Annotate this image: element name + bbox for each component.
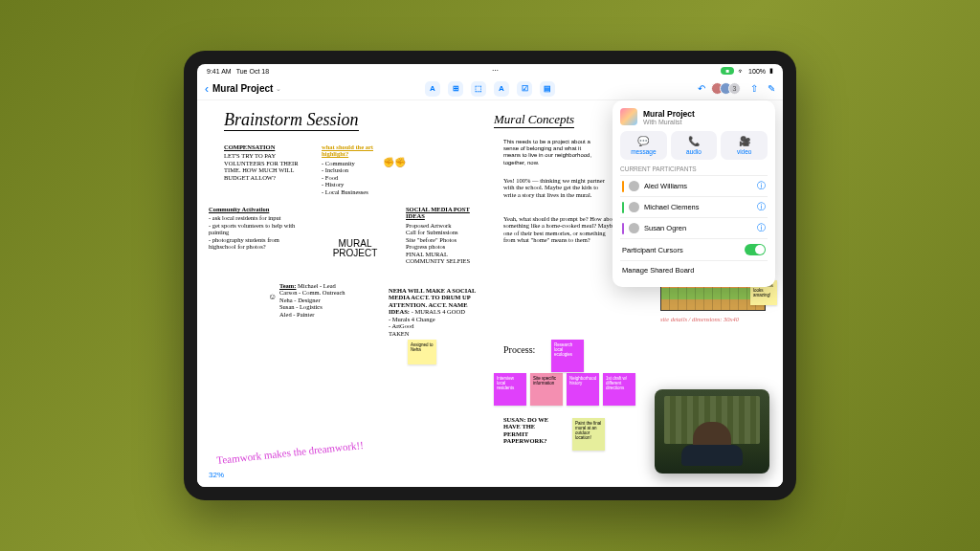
audio-button[interactable]: 📞audio	[671, 131, 718, 160]
dynamic-island: ⋯	[492, 67, 499, 75]
concept-reply-1: Yes! 100% — thinking we might partner wi…	[503, 177, 609, 198]
text-tool[interactable]: A	[425, 81, 440, 97]
shape-tool[interactable]: ⬚	[471, 81, 486, 97]
board-title[interactable]: Mural Project	[212, 83, 273, 94]
zoom-level[interactable]: 32%	[203, 469, 230, 481]
avatar-count: 3	[728, 82, 741, 95]
sticky-interview[interactable]: Interview local residents	[494, 373, 526, 406]
popover-subtitle: With Muralist	[643, 119, 695, 125]
cursors-toggle-row[interactable]: Participant Cursors	[620, 238, 768, 260]
status-time: 9:41 AM	[207, 68, 232, 75]
battery-label: 100%	[748, 68, 766, 75]
teamwork-text: Teamwork makes the dreamwork!!	[216, 439, 365, 466]
media-tool[interactable]: ☑	[517, 81, 532, 97]
message-button[interactable]: 💬message	[620, 131, 667, 160]
sticky-draft[interactable]: 1st draft w/ different directions	[603, 373, 635, 406]
info-icon[interactable]: ⓘ	[757, 222, 766, 234]
back-button[interactable]: ‹	[205, 82, 209, 96]
status-date: Tue Oct 18	[236, 68, 269, 75]
sticky-paint[interactable]: Paint the final mural at an outdoor loca…	[572, 418, 605, 451]
participant-row[interactable]: Aled Williamsⓘ	[620, 175, 768, 196]
site-details: site details / dimensions: 30x40	[660, 316, 766, 322]
highlight-note: what should the art highlight? - Communi…	[322, 143, 398, 195]
participant-row[interactable]: Michael Clemensⓘ	[620, 196, 768, 217]
info-icon[interactable]: ⓘ	[757, 201, 766, 213]
team-note: Team: Michael - Lead Carson - Comm. Outr…	[279, 282, 375, 318]
textbox-tool[interactable]: A	[494, 81, 509, 97]
facetime-pip[interactable]	[655, 389, 769, 474]
activation-note: Community Activation - ask local residen…	[209, 206, 300, 251]
board-thumbnail	[620, 108, 637, 125]
manage-board-row[interactable]: Manage Shared Board	[620, 260, 768, 279]
toolbar-tools: A ⊞ ⬚ A ☑ ▤	[425, 81, 555, 97]
popover-title: Mural Project	[643, 109, 695, 119]
neha-note: NEHA WILL MAKE A SOCIAL MEDIA ACCT. TO D…	[389, 287, 479, 337]
pip-person	[693, 422, 731, 466]
sticky-siteinfo[interactable]: Site specific information	[530, 373, 563, 406]
video-icon: 🎥	[723, 136, 766, 146]
facetime-pill[interactable]: ■	[721, 67, 734, 75]
wifi-icon: ᯤ	[738, 68, 745, 75]
sticky-tool[interactable]: ⊞	[448, 81, 463, 97]
sticky-history[interactable]: Neighborhood history	[567, 373, 599, 406]
compensation-note: COMPENSATION LET'S TRY TO PAY VOLUNTEERS…	[224, 143, 301, 181]
audio-icon: 📞	[673, 136, 716, 146]
battery-icon: ▮	[769, 67, 773, 75]
heading-concepts: Mural Concepts	[494, 112, 574, 128]
mural-badge: MURAL PROJECT	[322, 225, 389, 273]
sticky-research[interactable]: Research local ecologies	[551, 340, 584, 372]
concept-desc: This needs to be a project about a sense…	[503, 139, 599, 166]
concept-reply-2: Yeah, what should the prompt be? How abo…	[503, 215, 618, 244]
participants-label: CURRENT PARTICIPANTS	[620, 165, 768, 172]
title-chevron-icon[interactable]: ⌄	[276, 85, 281, 93]
social-note: SOCIAL MEDIA POST IDEAS Proposed Artwork…	[406, 206, 482, 265]
message-icon: 💬	[622, 136, 665, 146]
toolbar: ‹ Mural Project ⌄ A ⊞ ⬚ A ☑ ▤ ↶ 3 ⇧ ✎	[197, 77, 783, 100]
process-label: Process:	[503, 344, 535, 355]
video-button[interactable]: 🎥video	[721, 131, 768, 160]
share-popover: Mural Project With Muralist 💬message 📞au…	[612, 100, 775, 287]
collaborator-avatars[interactable]: 3	[715, 82, 741, 95]
status-bar: 9:41 AM Tue Oct 18 ⋯ ■ ᯤ 100% ▮	[197, 64, 783, 77]
heading-brainstorm: Brainstorm Session	[224, 110, 359, 131]
share-button[interactable]: ⇧	[750, 83, 758, 94]
compose-button[interactable]: ✎	[768, 83, 775, 94]
permit-note: SUSAN: DO WE HAVE THE PERMIT PAPERWORK?	[503, 416, 561, 445]
more-tool[interactable]: ▤	[540, 81, 555, 97]
undo-button[interactable]: ↶	[698, 83, 705, 94]
participant-row[interactable]: Susan Ogrenⓘ	[620, 217, 768, 238]
cursors-toggle[interactable]	[745, 244, 766, 255]
info-icon[interactable]: ⓘ	[757, 180, 766, 192]
sticky-assigned[interactable]: Assigned to Neha	[408, 340, 436, 364]
